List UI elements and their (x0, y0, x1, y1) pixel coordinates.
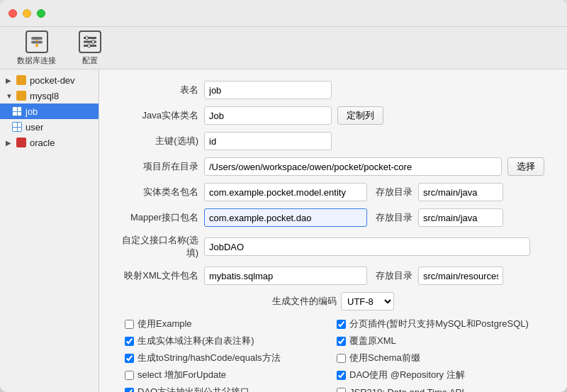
sidebar-label-oracle: oracle (30, 138, 55, 148)
custom-col-button[interactable]: 定制列 (337, 106, 383, 125)
checkbox-use-schema-label: 使用Schema前缀 (349, 352, 420, 364)
table-name-input[interactable] (204, 81, 332, 99)
sidebar-label-mysql8: mysql8 (30, 91, 59, 101)
checkbox-select-forupdate: select 增加ForUpdate (125, 369, 330, 381)
table-icon-job (11, 106, 23, 117)
mapper-package-input[interactable] (204, 208, 367, 227)
sidebar-label-job: job (26, 106, 38, 117)
close-button[interactable] (9, 9, 17, 18)
xml-save-label: 存放目录 (376, 269, 412, 282)
checkbox-use-schema-input[interactable] (337, 354, 346, 363)
config-button[interactable]: 配置 (73, 28, 107, 69)
minimize-button[interactable] (23, 9, 31, 18)
checkbox-jsr310: JSR310: Date and Time API (337, 386, 541, 392)
maximize-button[interactable] (37, 9, 45, 18)
svg-rect-8 (88, 44, 90, 47)
titlebar (0, 0, 567, 27)
encoding-select[interactable]: UTF-8 GBK UTF-16 (341, 292, 394, 310)
checkbox-gen-tostring-input[interactable] (125, 354, 134, 363)
xml-filename-label: 映射XML文件包名 (113, 269, 198, 282)
checkbox-dao-parent: DAO方法抽出到公共父接口 (125, 386, 330, 392)
sidebar-item-mysql8[interactable]: ▼ mysql8 (0, 88, 99, 103)
checkbox-use-example-input[interactable] (125, 320, 134, 329)
content-area: ▶ pocket-dev ▼ mysql8 job (0, 69, 567, 392)
table-icon-user (11, 121, 23, 133)
checkbox-use-example: 使用Example (125, 318, 330, 330)
checkbox-gen-tostring: 生成toString/hashCode/equals方法 (125, 352, 330, 364)
db-icon-pocket-dev (16, 74, 27, 86)
checkbox-jsr310-label: JSR310: Date and Time API (349, 387, 464, 393)
xml-filename-input[interactable] (204, 267, 367, 285)
config-icon (79, 30, 101, 53)
select-dir-button[interactable]: 选择 (507, 157, 544, 176)
svg-rect-1 (31, 40, 43, 43)
interface-name-label: 自定义接口名称(选填) (113, 234, 198, 259)
checkbox-dao-parent-input[interactable] (125, 388, 134, 393)
checkbox-gen-entity-comment-label: 生成实体域注释(来自表注释) (137, 335, 254, 347)
sidebar-item-pocket-dev[interactable]: ▶ pocket-dev (0, 72, 99, 88)
db-icon-oracle (16, 137, 27, 148)
db-connect-label: 数据库连接 (17, 55, 56, 66)
xml-save-input[interactable] (418, 267, 503, 285)
primary-key-input[interactable] (204, 132, 332, 150)
db-connect-button[interactable]: 数据库连接 (11, 28, 62, 69)
mapper-save-input[interactable] (418, 208, 503, 227)
sidebar-label-user: user (26, 122, 43, 133)
checkbox-select-forupdate-label: select 增加ForUpdate (137, 369, 226, 381)
encoding-label: 生成文件的编码 (272, 295, 337, 308)
project-dir-input[interactable] (204, 157, 502, 176)
checkbox-cover-xml: 覆盖原XML (337, 335, 541, 347)
main-form: 表名 Java实体类名 定制列 主键(选填) 项目所在目录 选择 (99, 69, 567, 392)
interface-name-row: 自定义接口名称(选填) (113, 234, 553, 259)
java-entity-row: Java实体类名 定制列 (113, 106, 553, 125)
entity-package-input[interactable] (204, 183, 367, 201)
checkbox-use-schema: 使用Schema前缀 (337, 352, 541, 364)
arrow-oracle: ▶ (6, 139, 13, 147)
java-entity-label: Java实体类名 (113, 109, 198, 122)
checkbox-dao-repository-input[interactable] (337, 371, 346, 380)
table-name-label: 表名 (113, 84, 198, 96)
sidebar-label-pocket-dev: pocket-dev (30, 75, 75, 86)
sidebar-item-job[interactable]: job (0, 103, 99, 119)
checkbox-jsr310-input[interactable] (337, 388, 346, 393)
mapper-package-label: Mapper接口包名 (113, 211, 198, 224)
main-window: 数据库连接 配置 ▶ (0, 0, 567, 392)
entity-save-label: 存放目录 (376, 186, 412, 198)
mapper-save-label: 存放目录 (376, 211, 412, 224)
checkbox-select-forupdate-input[interactable] (125, 371, 134, 380)
sidebar: ▶ pocket-dev ▼ mysql8 job (0, 69, 99, 392)
java-entity-input[interactable] (204, 106, 332, 125)
checkbox-gen-tostring-label: 生成toString/hashCode/equals方法 (137, 352, 281, 364)
project-dir-row: 项目所在目录 选择 (113, 157, 553, 176)
config-label: 配置 (82, 55, 98, 66)
table-name-row: 表名 (113, 81, 553, 99)
checkbox-cover-xml-input[interactable] (337, 337, 346, 346)
sidebar-item-user[interactable]: user (0, 119, 99, 135)
svg-rect-7 (92, 40, 94, 43)
checkbox-paging-plugin-input[interactable] (337, 320, 346, 329)
encoding-row: 生成文件的编码 UTF-8 GBK UTF-16 (113, 292, 553, 310)
checkbox-dao-repository-label: DAO使用 @Repository 注解 (349, 369, 465, 381)
checkbox-dao-repository: DAO使用 @Repository 注解 (337, 369, 541, 381)
entity-save-input[interactable] (418, 183, 503, 201)
arrow-pocket-dev: ▶ (6, 77, 13, 84)
interface-name-input[interactable] (204, 237, 530, 256)
checkbox-paging-plugin-label: 分页插件(暂时只支持MySQL和PostgreSQL) (349, 318, 529, 330)
sidebar-item-oracle[interactable]: ▶ oracle (0, 135, 99, 150)
toolbar: 数据库连接 配置 (0, 27, 567, 69)
project-dir-label: 项目所在目录 (113, 160, 198, 173)
db-icon-mysql8 (16, 90, 27, 101)
primary-key-row: 主键(选填) (113, 132, 553, 150)
db-connect-icon (26, 30, 48, 53)
xml-filename-row: 映射XML文件包名 存放目录 (113, 267, 553, 285)
arrow-mysql8: ▼ (6, 92, 13, 100)
checkbox-gen-entity-comment-input[interactable] (125, 337, 134, 346)
svg-rect-0 (31, 37, 43, 40)
checkbox-dao-parent-label: DAO方法抽出到公共父接口 (137, 386, 249, 392)
svg-point-2 (35, 44, 38, 47)
checkbox-grid: 使用Example 分页插件(暂时只支持MySQL和PostgreSQL) 生成… (113, 318, 553, 392)
entity-package-row: 实体类名包名 存放目录 (113, 183, 553, 201)
primary-key-label: 主键(选填) (113, 135, 198, 147)
checkbox-use-example-label: 使用Example (137, 318, 192, 330)
checkbox-gen-entity-comment: 生成实体域注释(来自表注释) (125, 335, 330, 347)
